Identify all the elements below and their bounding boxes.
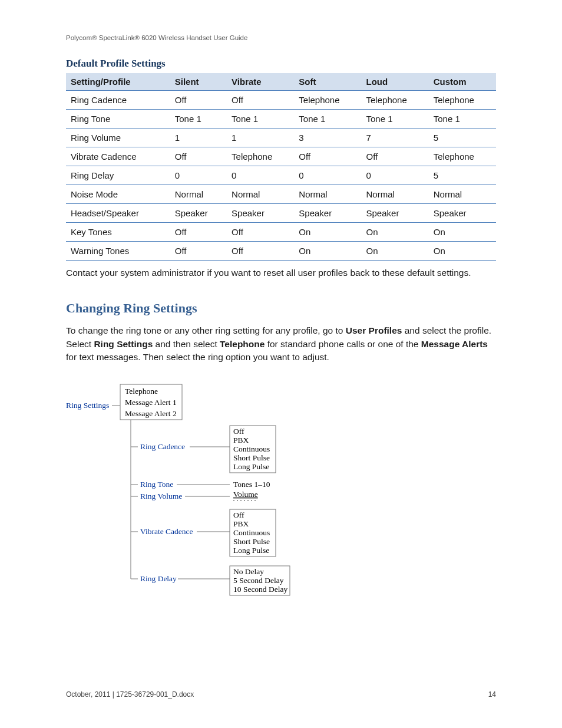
table-cell: Off — [362, 147, 429, 166]
table-cell: Telephone — [362, 91, 429, 110]
svg-text:Continuous: Continuous — [233, 444, 270, 453]
table-cell: Noise Mode — [66, 185, 170, 204]
svg-text:Ring Delay: Ring Delay — [140, 574, 177, 583]
table-cell: Off — [170, 223, 227, 242]
table-cell: On — [429, 223, 496, 242]
table-cell: Off — [227, 242, 294, 261]
svg-text:Ring Volume: Ring Volume — [140, 492, 182, 500]
table-cell: Headset/Speaker — [66, 204, 170, 223]
document-page: Polycom® SpectraLink® 6020 Wireless Hand… — [0, 0, 562, 728]
table-row: Warning TonesOffOffOnOnOn — [66, 242, 496, 261]
table-cell: Ring Volume — [66, 129, 170, 147]
default-profile-table: Setting/ProfileSilentVibrateSoftLoudCust… — [66, 73, 496, 261]
svg-text:Message Alert 1: Message Alert 1 — [125, 398, 177, 407]
table-header-cell: Setting/Profile — [66, 73, 170, 91]
svg-text:Vibrate Cadence: Vibrate Cadence — [140, 527, 193, 536]
table-cell: Ring Tone — [66, 110, 170, 129]
svg-text:5 Second Delay: 5 Second Delay — [233, 576, 284, 585]
table-cell: Telephone — [294, 91, 361, 110]
svg-text:Short Pulse: Short Pulse — [233, 537, 270, 546]
table-cell: Speaker — [227, 204, 294, 223]
table-cell: On — [362, 242, 429, 261]
table-cell: Tone 1 — [429, 110, 496, 129]
svg-text:Long Pulse: Long Pulse — [233, 546, 269, 555]
table-cell: On — [294, 223, 361, 242]
footer-left: October, 2011 | 1725-36729-001_D.docx — [66, 690, 194, 699]
svg-text:PBX: PBX — [233, 519, 249, 528]
svg-text:No Delay: No Delay — [233, 567, 264, 576]
table-cell: On — [362, 223, 429, 242]
table-cell: Normal — [227, 185, 294, 204]
table-cell: Tone 1 — [170, 110, 227, 129]
table-cell: Telephone — [227, 147, 294, 166]
svg-text:Message Alert 2: Message Alert 2 — [125, 409, 177, 418]
table-cell: Off — [227, 223, 294, 242]
table-row: Ring Volume11375 — [66, 129, 496, 147]
table-row: Ring ToneTone 1Tone 1Tone 1Tone 1Tone 1 — [66, 110, 496, 129]
table-header-cell: Custom — [429, 73, 496, 91]
table-cell: Key Tones — [66, 223, 170, 242]
table-cell: On — [429, 242, 496, 261]
table-cell: Off — [227, 91, 294, 110]
diagram-root: Ring Settings — [66, 401, 109, 410]
svg-text:Volume: Volume — [233, 490, 258, 499]
table-header-cell: Soft — [294, 73, 361, 91]
table-cell: 3 — [294, 129, 361, 147]
running-header: Polycom® SpectraLink® 6020 Wireless Hand… — [66, 34, 496, 41]
table-cell: 5 — [429, 166, 496, 185]
table-cell: Normal — [294, 185, 361, 204]
table-cell: 1 — [170, 129, 227, 147]
footer-page-number: 14 — [488, 690, 496, 699]
ring-settings-diagram: Ring Settings Telephone Message Alert 1 … — [66, 378, 496, 617]
table-cell: 0 — [170, 166, 227, 185]
table-cell: Telephone — [429, 147, 496, 166]
table-cell: On — [294, 242, 361, 261]
table-cell: 1 — [227, 129, 294, 147]
svg-text:Tones 1–10: Tones 1–10 — [233, 480, 270, 489]
table-cell: Ring Delay — [66, 166, 170, 185]
table-cell: Off — [170, 91, 227, 110]
table-cell: Speaker — [429, 204, 496, 223]
table-cell: Speaker — [294, 204, 361, 223]
section-heading-changing-ring: Changing Ring Settings — [66, 301, 496, 316]
table-header-cell: Loud — [362, 73, 429, 91]
svg-text:Off: Off — [233, 510, 244, 519]
table-row: Key TonesOffOffOnOnOn — [66, 223, 496, 242]
table-cell: Telephone — [429, 91, 496, 110]
table-cell: Normal — [429, 185, 496, 204]
reset-note: Contact your system administrator if you… — [66, 266, 496, 279]
table-cell: 0 — [294, 166, 361, 185]
page-footer: October, 2011 | 1725-36729-001_D.docx 14 — [66, 690, 496, 699]
table-cell: Normal — [170, 185, 227, 204]
table-cell: Ring Cadence — [66, 91, 170, 110]
table-cell: Tone 1 — [227, 110, 294, 129]
table-cell: Off — [170, 242, 227, 261]
table-cell: Speaker — [362, 204, 429, 223]
svg-text:10 Second Delay: 10 Second Delay — [233, 585, 287, 594]
svg-text:Short Pulse: Short Pulse — [233, 453, 270, 462]
table-cell: Tone 1 — [294, 110, 361, 129]
table-cell: Off — [294, 147, 361, 166]
svg-text:Ring Cadence: Ring Cadence — [140, 442, 185, 451]
table-row: Ring CadenceOffOffTelephoneTelephoneTele… — [66, 91, 496, 110]
section-heading-default-profile: Default Profile Settings — [66, 58, 496, 70]
svg-text:PBX: PBX — [233, 436, 249, 444]
table-row: Headset/SpeakerSpeakerSpeakerSpeakerSpea… — [66, 204, 496, 223]
table-row: Noise ModeNormalNormalNormalNormalNormal — [66, 185, 496, 204]
table-cell: 0 — [362, 166, 429, 185]
table-header-cell: Vibrate — [227, 73, 294, 91]
table-row: Vibrate CadenceOffTelephoneOffOffTelepho… — [66, 147, 496, 166]
table-header-cell: Silent — [170, 73, 227, 91]
table-cell: Normal — [362, 185, 429, 204]
table-row: Ring Delay00005 — [66, 166, 496, 185]
table-cell: Speaker — [170, 204, 227, 223]
svg-text:Off: Off — [233, 427, 244, 436]
table-cell: 0 — [227, 166, 294, 185]
table-cell: Vibrate Cadence — [66, 147, 170, 166]
svg-text:Telephone: Telephone — [125, 387, 158, 396]
svg-text:Continuous: Continuous — [233, 528, 270, 537]
table-cell: Warning Tones — [66, 242, 170, 261]
table-cell: 5 — [429, 129, 496, 147]
svg-text:Ring Tone: Ring Tone — [140, 480, 173, 489]
table-cell: Off — [170, 147, 227, 166]
